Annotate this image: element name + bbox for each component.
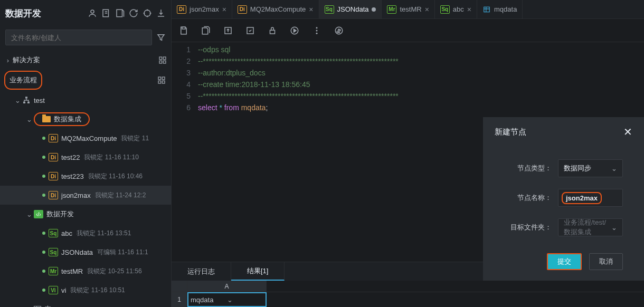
svg-point-22	[316, 30, 318, 31]
tree-item[interactable]: Vi vi 我锁定 11-16 10:51	[0, 281, 171, 300]
editor-toolbar	[172, 19, 644, 42]
more-icon[interactable]	[312, 26, 321, 35]
lock-icon[interactable]	[268, 26, 277, 35]
svg-rect-8	[158, 77, 161, 80]
di-icon: Di	[49, 153, 58, 161]
tree-item[interactable]: Di test223 我锁定 11-16 10:46	[0, 167, 171, 186]
editor-tab[interactable]: mqdata	[477, 0, 523, 18]
tree-item[interactable]: Di json2max 我锁定 11-24 12:2	[0, 186, 171, 205]
tree-item[interactable]: Sq abc 我锁定 11-16 13:51	[0, 224, 171, 243]
code-icon: ‹/›	[34, 210, 43, 218]
svg-point-21	[316, 27, 318, 28]
editor-tab[interactable]: SqJSONdata	[319, 0, 382, 18]
di-icon: Di	[238, 5, 247, 14]
svg-rect-2	[117, 9, 122, 17]
sq-icon: Sq	[325, 5, 334, 14]
locate-icon[interactable]	[143, 8, 152, 18]
tree-folder-tables[interactable]: ⌄ 表	[0, 300, 171, 307]
input-node-name[interactable]: json2max	[558, 189, 623, 207]
modal-header: 新建节点 ✕	[483, 117, 644, 147]
svg-rect-10	[158, 81, 161, 83]
section-label: 解决方案	[13, 55, 40, 65]
label-node-type: 节点类型：	[504, 164, 552, 173]
select-node-type[interactable]: 数据同步 ⌄	[558, 159, 623, 177]
refresh-icon[interactable]	[129, 8, 138, 18]
line-number: 5	[172, 92, 198, 103]
tree-label: test223	[61, 172, 84, 180]
grid-cell[interactable]: mqdata ⌄	[187, 292, 267, 307]
tree-item[interactable]: Di MQ2MaxCompute 我锁定 11	[0, 129, 171, 148]
search-row	[0, 26, 171, 51]
close-icon[interactable]: ×	[222, 5, 226, 14]
tree-folder-di[interactable]: ⌄ 数据集成	[0, 110, 171, 129]
status-dot-icon	[42, 289, 45, 292]
close-icon[interactable]: ×	[309, 5, 313, 14]
main: Dijson2max×DiMQ2MaxCompute×SqJSONdataMrt…	[172, 0, 644, 307]
line-number: 1	[172, 45, 198, 57]
label-target-folder: 目标文件夹：	[504, 223, 552, 232]
status-dot-icon	[42, 175, 45, 178]
cost-icon[interactable]	[334, 26, 344, 35]
di-icon: Di	[49, 172, 58, 180]
import-icon[interactable]	[156, 8, 166, 18]
new-folder-icon[interactable]	[115, 8, 125, 18]
user-icon[interactable]	[88, 8, 97, 18]
tree-label: testMR	[61, 267, 83, 275]
svg-rect-4	[159, 57, 162, 60]
close-icon[interactable]: ×	[425, 5, 429, 14]
select-value: 数据同步	[564, 164, 591, 173]
chevron-down-icon: ⌄	[14, 97, 21, 104]
editor-tab[interactable]: Sqabc×	[435, 0, 477, 18]
close-icon[interactable]: ×	[467, 5, 471, 14]
chevron-down-icon[interactable]: ⌄	[227, 296, 263, 304]
grid-col-header[interactable]: A	[187, 281, 267, 292]
svg-rect-16	[182, 27, 185, 29]
code-line: select * from mqdata;	[198, 103, 268, 115]
save-icon[interactable]	[179, 26, 188, 35]
cancel-button[interactable]: 取消	[589, 253, 623, 270]
select-placeholder: 业务流程/test/数据集成	[564, 218, 611, 237]
section-flows[interactable]: 业务流程	[4, 71, 42, 90]
tab-result[interactable]: 结果[1]	[231, 262, 285, 281]
tab-log[interactable]: 运行日志	[172, 262, 231, 281]
submit-icon[interactable]	[223, 26, 233, 35]
tree-item[interactable]: Mr testMR 我锁定 10-25 11:56	[0, 262, 171, 281]
section-solutions[interactable]: › 解决方案	[0, 51, 171, 70]
close-icon[interactable]: ✕	[623, 126, 632, 138]
submit-button[interactable]: 提交	[547, 253, 582, 270]
grid-icon[interactable]	[158, 56, 167, 64]
select-target-folder[interactable]: 业务流程/test/数据集成 ⌄	[558, 218, 623, 236]
input-value: json2max	[562, 192, 602, 204]
status-dot-icon	[42, 270, 45, 273]
modal-title: 新建节点	[495, 127, 526, 137]
svg-rect-11	[162, 81, 165, 83]
editor-tab[interactable]: DiMQ2MaxCompute×	[232, 0, 319, 18]
tree-label: MQ2MaxCompute	[61, 135, 117, 142]
run-icon[interactable]	[290, 26, 299, 35]
tree-folder-dev[interactable]: ⌄ ‹/› 数据开发	[0, 205, 171, 224]
save-all-icon[interactable]	[201, 26, 211, 35]
grid-row-header[interactable]: 1	[172, 292, 187, 307]
sidebar-title: 数据开发	[5, 7, 41, 20]
status-dot-icon	[42, 156, 45, 159]
code-line: --**************************************…	[198, 57, 399, 69]
grid-icon[interactable]	[157, 76, 166, 84]
sq-icon: Sq	[49, 229, 58, 237]
tree-item[interactable]: Di test22 我锁定 11-16 11:10	[0, 148, 171, 167]
tree-label: JSONdata	[61, 248, 93, 256]
editor-tab[interactable]: MrtestMR×	[382, 0, 434, 18]
sq-icon: Sq	[440, 5, 450, 14]
tree-folder-test[interactable]: ⌄ test	[0, 91, 171, 110]
new-node-modal: 新建节点 ✕ 节点类型： 数据同步 ⌄ 节点名称：	[483, 117, 644, 281]
tree-item[interactable]: Sq JSONdata 可编辑 11-16 11:1	[0, 243, 171, 262]
editor-tab[interactable]: Dijson2max×	[172, 0, 232, 18]
svg-rect-15	[484, 7, 490, 12]
search-input[interactable]	[5, 30, 152, 45]
svg-rect-14	[27, 102, 30, 103]
deploy-icon[interactable]	[245, 26, 255, 35]
filter-icon[interactable]	[156, 33, 166, 42]
svg-rect-7	[163, 61, 166, 63]
tree-label: 表	[44, 304, 51, 307]
svg-rect-13	[23, 102, 25, 103]
new-file-icon[interactable]	[101, 8, 111, 18]
